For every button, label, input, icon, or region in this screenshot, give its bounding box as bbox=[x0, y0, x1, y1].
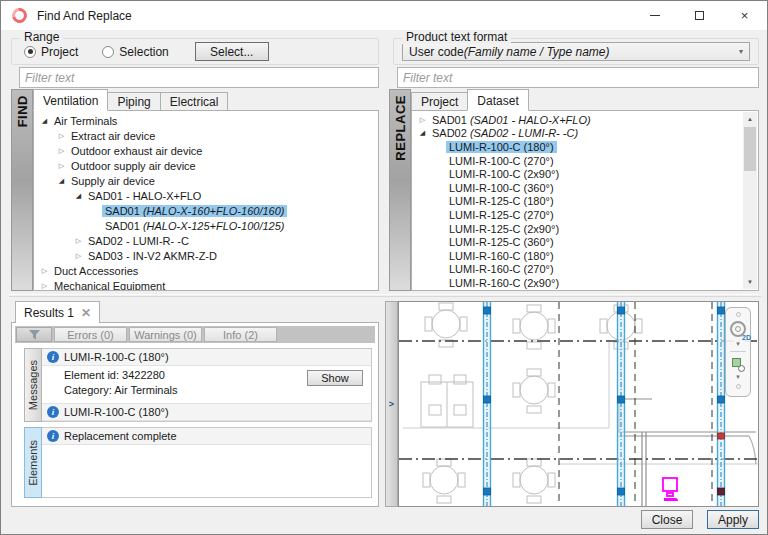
tree-expander-icon[interactable] bbox=[55, 177, 68, 185]
tree-expander-icon[interactable] bbox=[416, 116, 429, 124]
tree-expander-icon[interactable] bbox=[55, 162, 68, 170]
tree-item[interactable]: LUMI-R-100-C (270°) bbox=[412, 154, 743, 168]
results-tab[interactable]: Results 1 ✕ bbox=[15, 301, 100, 323]
tab-messages[interactable]: Messages bbox=[24, 348, 42, 422]
tab-ventilation[interactable]: Ventilation bbox=[33, 89, 108, 111]
replace-filter-input[interactable] bbox=[397, 67, 759, 88]
tree-item[interactable]: Outdoor supply air device bbox=[34, 158, 378, 173]
tree-item-label: LUMI-R-100-C (360°) bbox=[446, 182, 557, 194]
message-item: i Replacement complete bbox=[42, 428, 371, 445]
tree-expander-icon[interactable] bbox=[72, 237, 85, 245]
funnel-icon bbox=[29, 330, 40, 340]
selection-radio[interactable] bbox=[102, 46, 114, 58]
tree-expander-icon[interactable] bbox=[55, 147, 68, 155]
tab-project[interactable]: Project bbox=[411, 92, 468, 111]
replace-tree: SAD01 (SAD01 - HALO-X+FLO) SAD02 (SAD02 … bbox=[412, 111, 743, 290]
filter-funnel-button[interactable] bbox=[16, 327, 52, 342]
tree-expander-icon[interactable] bbox=[416, 129, 429, 137]
tree-item[interactable]: Mechanical Equipment bbox=[34, 278, 378, 291]
message-title-row[interactable]: i LUMI-R-100-C (180°) bbox=[42, 349, 371, 366]
tree-item[interactable]: Supply air device bbox=[34, 173, 378, 188]
find-side-label: FIND bbox=[15, 95, 30, 127]
tree-expander-icon[interactable] bbox=[38, 267, 51, 275]
tab-electrical[interactable]: Electrical bbox=[160, 92, 229, 111]
tree-item[interactable]: Outdoor exhaust air device bbox=[34, 143, 378, 158]
scroll-down-button[interactable]: ▼ bbox=[743, 275, 757, 289]
steering-wheel-icon[interactable]: 2D bbox=[730, 321, 746, 337]
tree-expander-icon[interactable] bbox=[38, 282, 51, 290]
tree-item-label: SAD03 - IN-V2 AKMR-Z-D bbox=[85, 250, 220, 262]
tree-item[interactable]: SAD01 (HALO-X-160+FLO-160/160) bbox=[34, 203, 378, 218]
tree-item-label: LUMI-R-125-C (270°) bbox=[446, 209, 557, 221]
messages-list: i LUMI-R-100-C (180°) Element id: 342228… bbox=[42, 348, 372, 422]
zoom-tool-icon[interactable] bbox=[732, 358, 744, 370]
tree-item[interactable]: LUMI-R-100-C (360°) bbox=[412, 181, 743, 195]
close-window-button[interactable]: × bbox=[722, 1, 767, 30]
tree-item[interactable]: SAD02 (SAD02 - LUMI-R- -C) bbox=[412, 127, 743, 141]
floor-plan-preview[interactable]: 2D ▾ ▾ bbox=[398, 301, 759, 507]
tree-expander-icon[interactable] bbox=[72, 192, 85, 200]
chevron-down-icon: ▾ bbox=[739, 47, 743, 56]
tree-expander-icon[interactable] bbox=[55, 132, 68, 140]
zoom-menu-arrow-icon[interactable]: ▾ bbox=[736, 374, 740, 380]
select-button[interactable]: Select... bbox=[195, 42, 269, 61]
tree-expander-icon[interactable] bbox=[72, 252, 85, 260]
tree-item-label: SAD01 (HALO-X-160+FLO-160/160) bbox=[102, 205, 287, 217]
tree-item-label: SAD01 - HALO-X+FLO bbox=[85, 190, 204, 202]
find-filter-input[interactable] bbox=[19, 67, 379, 88]
tree-item[interactable]: SAD03 - IN-V2 AKMR-Z-D bbox=[34, 248, 378, 263]
project-radio[interactable] bbox=[24, 46, 36, 58]
tree-item[interactable]: LUMI-R-125-C (270°) bbox=[412, 208, 743, 222]
tree-item[interactable]: SAD01 (SAD01 - HALO-X+FLO) bbox=[412, 113, 743, 127]
apply-button[interactable]: Apply bbox=[707, 510, 759, 529]
scrollbar-thumb[interactable] bbox=[744, 127, 756, 171]
close-button[interactable]: Close bbox=[641, 510, 693, 529]
tree-item-label: LUMI-R-100-C (180°) bbox=[446, 141, 557, 153]
show-button[interactable]: Show bbox=[307, 370, 363, 386]
tree-item[interactable]: SAD01 - HALO-X+FLO bbox=[34, 188, 378, 203]
horizontal-splitter[interactable] bbox=[9, 294, 761, 297]
tree-expander-icon[interactable] bbox=[38, 117, 51, 125]
tree-item[interactable]: LUMI-R-125-C (360°) bbox=[412, 235, 743, 249]
tab-piping[interactable]: Piping bbox=[107, 92, 160, 111]
project-radio-label[interactable]: Project bbox=[41, 45, 78, 59]
message-title-row[interactable]: i Replacement complete bbox=[42, 428, 371, 445]
tree-item[interactable]: SAD01 (HALO-X-125+FLO-100/125) bbox=[34, 218, 378, 233]
dropdown-value-italic: (Family name / Type name) bbox=[464, 45, 610, 59]
tree-scrollbar[interactable]: ▲ ▼ bbox=[743, 112, 757, 289]
replace-tabs: Project Dataset bbox=[411, 89, 528, 111]
tree-item-label: Outdoor exhaust air device bbox=[68, 145, 205, 157]
tab-elements[interactable]: Elements bbox=[24, 427, 42, 498]
tree-item[interactable]: Duct Accessories bbox=[34, 263, 378, 278]
tree-item-label: SAD02 - LUMI-R- -C bbox=[85, 235, 192, 247]
scroll-up-button[interactable]: ▲ bbox=[743, 112, 757, 126]
tree-item[interactable]: Air Terminals bbox=[34, 113, 378, 128]
find-tree: Air Terminals Extract air device Outdoor… bbox=[34, 111, 378, 291]
tree-item[interactable]: LUMI-R-160-C (180°) bbox=[412, 249, 743, 263]
minimize-button[interactable] bbox=[632, 1, 677, 30]
maximize-icon bbox=[695, 11, 704, 20]
info-filter-button[interactable]: Info (2) bbox=[204, 327, 277, 342]
window-title: Find And Replace bbox=[37, 9, 132, 23]
maximize-button[interactable] bbox=[677, 1, 722, 30]
tree-item[interactable]: LUMI-R-160-C (2x90°) bbox=[412, 276, 743, 290]
product-text-format-label: Product text format bbox=[402, 30, 511, 44]
selection-radio-label[interactable]: Selection bbox=[119, 45, 168, 59]
product-text-format-dropdown[interactable]: User code (Family name / Type name) ▾ bbox=[402, 42, 750, 61]
tree-item[interactable]: SAD02 - LUMI-R- -C bbox=[34, 233, 378, 248]
errors-filter-button[interactable]: Errors (0) bbox=[54, 327, 127, 342]
message-title-row[interactable]: i LUMI-R-100-C (180°) bbox=[42, 403, 371, 421]
view-navigation-bar[interactable]: 2D ▾ ▾ bbox=[725, 307, 751, 397]
tree-item[interactable]: LUMI-R-125-C (180°) bbox=[412, 195, 743, 209]
tree-item[interactable]: LUMI-R-100-C (2x90°) bbox=[412, 167, 743, 181]
tab-dataset[interactable]: Dataset bbox=[467, 89, 528, 111]
replace-side-bar: REPLACE bbox=[389, 89, 411, 291]
warnings-filter-button[interactable]: Warnings (0) bbox=[129, 327, 202, 342]
tree-item[interactable]: Extract air device bbox=[34, 128, 378, 143]
tree-item[interactable]: LUMI-R-100-C (180°) bbox=[412, 140, 743, 154]
preview-splitter[interactable]: > bbox=[385, 301, 398, 507]
tree-item[interactable]: LUMI-R-125-C (2x90°) bbox=[412, 222, 743, 236]
tree-item[interactable]: LUMI-R-160-C (270°) bbox=[412, 263, 743, 277]
results-tab-close-icon[interactable]: ✕ bbox=[81, 307, 91, 319]
wheel-menu-arrow-icon[interactable]: ▾ bbox=[736, 341, 740, 347]
